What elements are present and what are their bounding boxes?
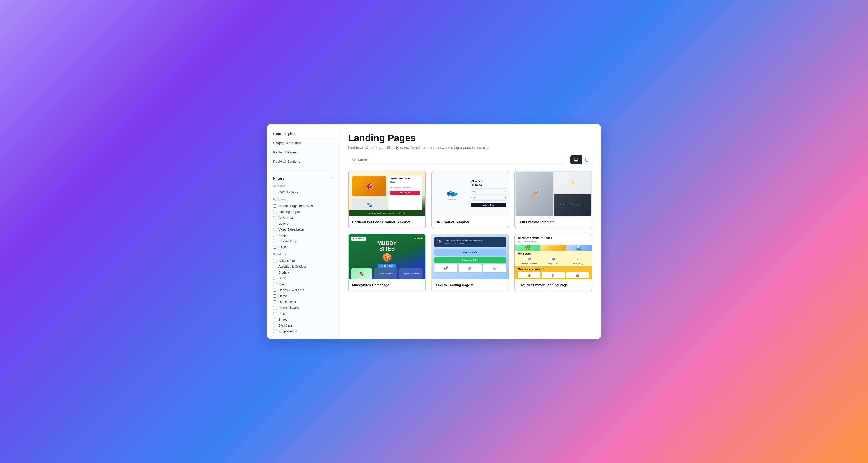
supplements-checkbox[interactable] xyxy=(273,330,276,333)
filter-clothing[interactable]: Clothing xyxy=(267,269,339,276)
filter-drink[interactable]: Drink xyxy=(267,276,339,281)
suri-text: Suri Sustainable Electric Toothbrush xyxy=(560,204,585,206)
filter-personal-care[interactable]: Personal Care xyxy=(267,305,339,311)
pet-info-price: $6.29 xyxy=(390,181,420,183)
template-preview: 🥩 🐾 Hopkins' Pork N' Patate $6.29 Real i… xyxy=(348,171,426,216)
filter-product-page-templates[interactable]: Product Page Templates xyxy=(267,203,339,209)
suri-image-2: ✨ xyxy=(554,172,591,194)
pet-info-title: Hopkins' Pork N' Patate xyxy=(390,178,420,180)
template-card-kiwico-summer[interactable]: Summer Adventure Series Outdoor fun for … xyxy=(515,234,592,291)
activities-outdoor-label: Activities & Outdoor xyxy=(278,265,306,268)
template-card-muddybites[interactable]: New flavor! girl scouts MUDDYBITES 🍪 SHO… xyxy=(348,234,426,291)
sidebar-item-replo-ui-sections[interactable]: Replo UI Sections xyxy=(267,157,339,166)
activities-outdoor-checkbox[interactable] xyxy=(273,265,276,268)
filter-listicle[interactable]: Listicle xyxy=(267,221,339,227)
filter-home[interactable]: Home xyxy=(267,293,339,299)
kiwico-text-sub: Awesome projects and more xyxy=(445,242,504,244)
food-checkbox[interactable] xyxy=(273,283,276,286)
home-checkbox[interactable] xyxy=(273,294,276,297)
clothing-checkbox[interactable] xyxy=(273,271,276,274)
filter-food[interactable]: Food xyxy=(267,281,339,287)
home-decor-checkbox[interactable] xyxy=(273,300,276,303)
template-card-portland-pet-food[interactable]: 🥩 🐾 Hopkins' Pork N' Patate $6.29 Real i… xyxy=(348,171,426,228)
on-row-color: Color ▾ xyxy=(471,196,506,199)
on-color-label: Color xyxy=(471,196,476,199)
filter-skin-care[interactable]: Skin Care xyxy=(267,322,339,328)
cro-top-pick-label: CRO Top Pick xyxy=(278,191,298,194)
filter-faqs[interactable]: FAQs xyxy=(267,244,339,250)
product-drop-checkbox[interactable] xyxy=(273,240,276,243)
accessories-checkbox[interactable] xyxy=(273,259,276,262)
skin-care-label: Skin Care xyxy=(278,324,292,327)
filter-blogs[interactable]: Blogs xyxy=(267,232,339,238)
filter-shoes[interactable]: Shoes xyxy=(267,317,339,322)
main-content: Landing Pages Find inspiration for your … xyxy=(339,124,601,339)
page-subtitle: Find inspiration for your Shopify store.… xyxy=(348,146,592,150)
filter-advertorial[interactable]: Advertorial xyxy=(267,215,339,221)
skin-care-checkbox[interactable] xyxy=(273,324,276,327)
muddy-shop-button: SHOP NOW xyxy=(378,264,396,268)
summer-choose-section: Choose your expedition 🏕️ 🧗 🚵 xyxy=(515,266,592,280)
drink-checkbox[interactable] xyxy=(273,277,276,280)
summer-top-section: Summer Adventure Series Outdoor fun for … xyxy=(515,234,592,245)
advertorial-checkbox[interactable] xyxy=(273,216,276,219)
pet-info-desc: Real ingredients, real nutrition xyxy=(390,187,420,189)
summer-choose-cards: 🏕️ 🧗 🚵 xyxy=(518,272,589,278)
health-wellness-checkbox[interactable] xyxy=(273,289,276,292)
page-title: Landing Pages xyxy=(348,133,592,143)
summer-image-3: 🌊 xyxy=(566,245,592,251)
muddy-scout-logo: girl scouts xyxy=(414,237,423,239)
muddy-bottom-description: Crunchy & Delicious xyxy=(374,268,397,280)
filter-supplements[interactable]: Supplements xyxy=(267,328,339,334)
search-input[interactable] xyxy=(358,158,563,162)
filter-health-wellness[interactable]: Health & Wellness xyxy=(267,287,339,293)
on-row-size: Size ▾ xyxy=(471,190,506,193)
supplements-label: Supplements xyxy=(278,329,297,333)
summer-step-text-3: Start exploring xyxy=(572,262,583,264)
summer-step-3: 🌟 Start exploring xyxy=(566,256,589,264)
our-picks-label: Our Picks xyxy=(267,184,339,187)
food-label: Food xyxy=(278,282,286,286)
sidebar-item-replo-ui-pages[interactable]: Replo UI Pages xyxy=(267,148,339,157)
sidebar-item-shopify-templates[interactable]: Shopify Templates xyxy=(267,138,339,148)
listicle-checkbox[interactable] xyxy=(273,222,276,225)
chevron-up-icon[interactable]: ⌃ xyxy=(330,177,333,180)
faqs-checkbox[interactable] xyxy=(273,245,276,249)
faqs-label: FAQs xyxy=(278,245,286,249)
home-label: Home xyxy=(278,294,287,298)
svg-rect-2 xyxy=(586,158,588,162)
cro-top-pick-checkbox[interactable] xyxy=(273,191,276,194)
filter-video-sales-letter[interactable]: Video Sales Letter xyxy=(267,227,339,232)
muddy-bottom-inner-text: Crunchy & Delicious xyxy=(378,273,393,275)
filter-pets[interactable]: Pets xyxy=(267,311,339,317)
pets-label: Pets xyxy=(278,312,285,315)
product-page-templates-checkbox[interactable] xyxy=(273,204,276,207)
home-decor-label: Home Decor xyxy=(278,300,296,304)
filter-accessories[interactable]: Accessories xyxy=(267,258,339,264)
pets-checkbox[interactable] xyxy=(273,312,276,315)
filter-cro-top-pick[interactable]: CRO Top Pick xyxy=(267,190,339,195)
template-card-kiwico-2[interactable]: 🔭 Start KiwiCo with Astronaut Starter Ki… xyxy=(431,234,509,291)
mobile-view-button[interactable] xyxy=(582,155,592,164)
shoes-checkbox[interactable] xyxy=(273,318,276,321)
on-shoe-section: 👟 Cloudnova xyxy=(434,187,469,201)
template-card-on-product[interactable]: 👟 Cloudnova Cloudnova $139.99 Size ▾ xyxy=(431,171,509,228)
personal-care-checkbox[interactable] xyxy=(273,306,276,309)
filter-landing-pages[interactable]: Landing Pages xyxy=(267,209,339,215)
kiwico-sub-card-1: 🚀 xyxy=(434,264,457,272)
blogs-checkbox[interactable] xyxy=(273,234,276,237)
video-sales-letter-checkbox[interactable] xyxy=(273,228,276,231)
filter-home-decor[interactable]: Home Decor xyxy=(267,299,339,305)
mobile-icon xyxy=(585,158,588,162)
desktop-view-button[interactable] xyxy=(570,155,582,164)
filter-product-drop[interactable]: Product Drop xyxy=(267,238,339,244)
landing-pages-checkbox[interactable] xyxy=(273,210,276,213)
template-card-suri[interactable]: 🪥 ✨ Suri Sustainable Electric Toothbrush… xyxy=(515,171,592,228)
on-divider-2 xyxy=(471,194,506,195)
portland-preview-inner: 🥩 🐾 Hopkins' Pork N' Patate $6.29 Real i… xyxy=(352,176,422,211)
by-industry-label: By Industry xyxy=(267,253,339,256)
template-name-on: ON Product Template xyxy=(432,216,508,228)
filter-activities-outdoor[interactable]: Activities & Outdoor xyxy=(267,264,339,269)
sidebar-item-page-templates[interactable]: Page Templates xyxy=(267,129,339,138)
on-details: Cloudnova $139.99 Size ▾ Color ▾ xyxy=(471,180,506,207)
